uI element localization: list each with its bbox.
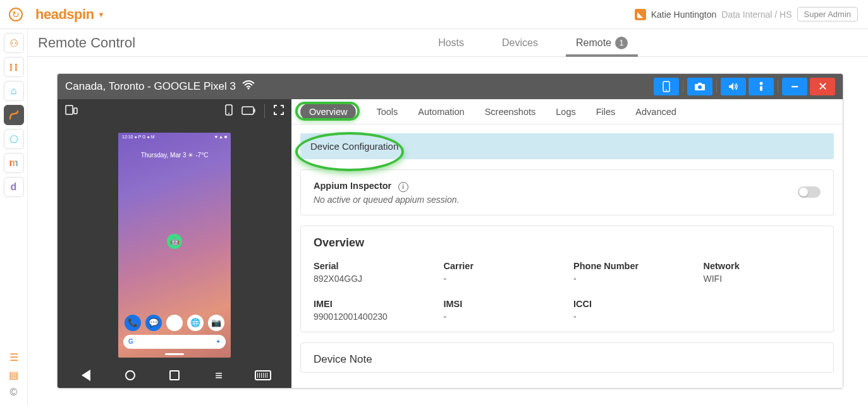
page-title: Remote Control (38, 35, 135, 51)
subheader: Remote Control Hosts Devices Remote 1 (28, 29, 868, 57)
tab-hosts[interactable]: Hosts (438, 29, 464, 56)
device-minimize-button[interactable]: − (782, 78, 807, 95)
dock-messages-icon[interactable]: 💬 (145, 315, 162, 331)
tab-advanced[interactable]: Advanced (635, 107, 676, 117)
tab-files[interactable]: Files (596, 107, 616, 117)
svg-rect-8 (66, 106, 73, 114)
rail-search-icon[interactable]: ⎔ (4, 129, 24, 149)
phone-dock: 📞 💬 ▶ 🌐 📷 (118, 315, 231, 331)
dock-play-icon[interactable]: ▶ (166, 315, 183, 331)
device-configuration-label: Device Configuration (310, 141, 398, 152)
tab-automation[interactable]: Automation (418, 107, 464, 117)
user-name: Katie Huntington (651, 9, 717, 20)
user-avatar-icon[interactable]: ◣ (635, 9, 646, 20)
appium-subtitle: No active or queued appium session. (314, 195, 459, 205)
device-phone-button[interactable] (654, 78, 679, 95)
detail-tabs: Overview Tools Automation Screenshots Lo… (291, 99, 843, 124)
field-imsi: IMSI - (444, 299, 561, 322)
device-info-button[interactable] (749, 78, 774, 95)
svg-point-11 (228, 112, 229, 114)
rail-route-icon[interactable] (4, 105, 24, 125)
main-area: Remote Control Hosts Devices Remote 1 Ca… (28, 29, 868, 405)
rail-m-icon[interactable]: m (4, 153, 24, 173)
field-serial: Serial 892X04GGJ (314, 261, 431, 284)
status-left: 12:10 ● P G ● M (122, 135, 155, 139)
wifi-icon (242, 80, 255, 94)
overview-heading: Overview (314, 236, 821, 250)
svg-rect-13 (254, 109, 255, 112)
svg-rect-12 (242, 107, 254, 114)
gesture-handle (165, 353, 184, 355)
phone-screen[interactable]: 12:10 ● P G ● M ♥ ▲ ■ Thursday, Mar 3 ☀ … (118, 133, 231, 358)
dock-phone-icon[interactable]: 📞 (125, 315, 141, 331)
rail-doc-icon[interactable]: ▤ (5, 368, 23, 381)
landscape-icon[interactable] (241, 105, 255, 118)
field-phone-number: Phone Number - (573, 261, 691, 284)
device-audio-button[interactable] (721, 78, 746, 95)
svg-point-6 (760, 82, 763, 85)
overview-card: Overview Serial 892X04GGJ Carrier - (300, 226, 834, 332)
top-header: headspin ▼ ◣ Katie Huntington Data Inter… (0, 0, 868, 29)
dock-chrome-icon[interactable]: 🌐 (187, 315, 204, 331)
phone-date: Thursday, Mar 3 ☀ -7°C (118, 152, 231, 159)
device-window-titlebar: Canada, Toronto - GOOGLE Pixel 3 (58, 74, 843, 99)
svg-point-0 (247, 87, 249, 89)
nav-home-button[interactable] (121, 370, 140, 380)
logo-text: headspin (35, 6, 94, 23)
tab-devices[interactable]: Devices (502, 29, 538, 56)
device-camera-button[interactable] (687, 78, 712, 95)
nav-menu-button[interactable]: ≡ (209, 368, 228, 383)
appium-toggle[interactable] (798, 186, 821, 198)
info-icon[interactable]: i (398, 182, 408, 192)
status-right: ♥ ▲ ■ (215, 135, 227, 139)
tab-overview[interactable]: Overview (300, 104, 356, 120)
svg-rect-9 (74, 108, 77, 114)
tab-remote[interactable]: Remote 1 (576, 29, 628, 56)
tab-remote-badge: 1 (615, 37, 628, 49)
logo-caret-icon: ▼ (98, 11, 105, 18)
field-icci: ICCI - (573, 299, 691, 322)
svg-rect-4 (698, 83, 702, 85)
logo-icon (9, 8, 23, 21)
fullscreen-icon[interactable] (274, 105, 284, 118)
google-g-icon: G (128, 338, 133, 345)
device-window: Canada, Toronto - GOOGLE Pixel 3 (57, 73, 843, 389)
device-configuration-bar[interactable]: Device Configuration (300, 133, 834, 159)
device-note-title: Device Note (314, 353, 821, 366)
tab-tools[interactable]: Tools (376, 107, 398, 117)
appium-card: Appium Inspector i No active or queued a… (300, 169, 834, 215)
tab-logs[interactable]: Logs (556, 107, 575, 117)
android-nav: ≡ (58, 363, 291, 388)
detail-pane: Overview Tools Automation Screenshots Lo… (291, 99, 843, 388)
left-rail: ⚇ ⫿⫿ ⌂ ⎔ m d ☰ ▤ © (0, 29, 28, 405)
rail-d-icon[interactable]: d (4, 177, 24, 197)
phone-toolbar (58, 99, 291, 123)
rail-list-icon[interactable]: ☰ (5, 351, 23, 363)
portrait-icon[interactable] (225, 104, 233, 119)
phone-pane: 12:10 ● P G ● M ♥ ▲ ■ Thursday, Mar 3 ☀ … (58, 99, 291, 388)
android-icon: 🤖 (167, 234, 182, 249)
tab-screenshots[interactable]: Screenshots (485, 107, 536, 117)
dock-camera-icon[interactable]: 📷 (208, 315, 224, 331)
rail-org-icon[interactable]: ⚇ (4, 33, 24, 53)
devices-icon[interactable] (65, 105, 78, 118)
device-title: Canada, Toronto - GOOGLE Pixel 3 (65, 80, 236, 93)
svg-point-5 (698, 85, 702, 89)
rail-chart-icon[interactable]: ⫿⫿ (4, 57, 24, 77)
device-note-card: Device Note (300, 342, 834, 373)
field-network: Network WIFI (704, 261, 821, 284)
rail-copyright-icon[interactable]: © (5, 386, 23, 399)
rail-home-icon[interactable]: ⌂ (4, 81, 24, 101)
tab-remote-label: Remote (576, 37, 611, 49)
svg-rect-7 (760, 86, 762, 91)
role-badge[interactable]: Super Admin (797, 7, 858, 21)
device-close-button[interactable]: ✕ (810, 78, 835, 95)
field-carrier: Carrier - (444, 261, 561, 284)
field-imei: IMEI 990012001400230 (314, 299, 431, 322)
nav-back-button[interactable] (76, 370, 95, 381)
user-org: Data Internal / HS (721, 9, 792, 20)
nav-recent-button[interactable] (165, 370, 184, 380)
svg-point-2 (666, 90, 667, 91)
nav-keyboard-button[interactable] (254, 370, 272, 380)
phone-search-bar[interactable]: G ✦ (123, 335, 226, 349)
